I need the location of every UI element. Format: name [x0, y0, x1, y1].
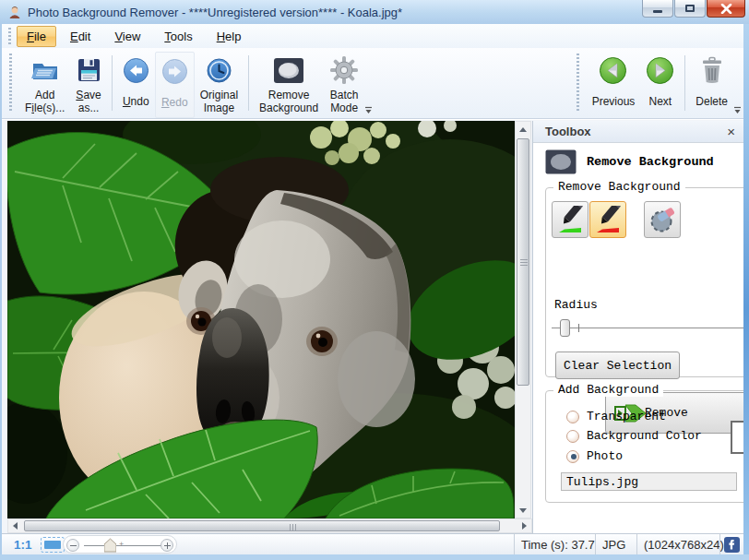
- original-image-button[interactable]: OriginalImage: [195, 52, 244, 118]
- add-files-button[interactable]: Add File(s)...: [19, 52, 70, 118]
- toolbar-separator: [112, 55, 113, 111]
- close-icon: [720, 4, 732, 14]
- arrow-down-icon: [519, 508, 527, 513]
- status-bar: 1:1 + Time (s): 37.7 JPG (1024x768x24): [2, 533, 743, 554]
- image-canvas[interactable]: [7, 121, 515, 518]
- scroll-left-button[interactable]: [8, 519, 22, 532]
- maximize-icon: [685, 5, 695, 12]
- next-button[interactable]: Next: [640, 52, 680, 118]
- delete-button[interactable]: Delete: [690, 52, 733, 118]
- toolbox-title: Toolbox: [545, 125, 591, 138]
- radio-transparent[interactable]: Transparent: [566, 410, 666, 423]
- radius-slider[interactable]: [552, 328, 743, 328]
- toolbox-header: Toolbox ×: [533, 121, 743, 143]
- menu-edit[interactable]: Edit: [60, 26, 101, 47]
- remove-marker-button[interactable]: [589, 201, 626, 238]
- fit-screen-button[interactable]: [41, 537, 65, 553]
- photo-filename-field[interactable]: Tulips.jpg: [561, 472, 737, 491]
- menu-help[interactable]: Help: [207, 26, 252, 47]
- toolbar: Add File(s)... Saveas... Undo: [2, 48, 743, 119]
- redo-icon: [161, 58, 188, 85]
- keep-marker-icon: [556, 206, 584, 233]
- title-bar: Photo Background Remover - ****Unregiste…: [0, 0, 749, 24]
- eraser-icon: [648, 206, 677, 233]
- remove-background-button[interactable]: RemoveBackground: [254, 52, 324, 118]
- batch-mode-button[interactable]: BatchMode: [324, 52, 364, 118]
- clear-selection-button[interactable]: Clear Selection: [555, 351, 680, 379]
- dimensions-cell: (1024x768x24): [636, 534, 719, 554]
- zoom-slider-handle[interactable]: [104, 538, 116, 553]
- toolbox-close-button[interactable]: ×: [727, 125, 735, 138]
- horizontal-scrollbar[interactable]: [7, 518, 532, 533]
- radio-circle: [566, 430, 579, 443]
- toolbar-gripper: [577, 54, 579, 111]
- window-controls: [641, 0, 745, 18]
- maximize-button[interactable]: [674, 0, 706, 18]
- remove-marker-icon: [594, 206, 622, 233]
- radio-circle: [566, 411, 579, 423]
- batch-mode-icon: [329, 55, 359, 85]
- toolbox-section-header: Remove Background: [545, 149, 714, 174]
- vertical-scrollbar[interactable]: [515, 121, 531, 518]
- redo-button[interactable]: Redo: [155, 52, 195, 118]
- radius-label: Radius: [554, 298, 598, 312]
- scroll-up-button[interactable]: [516, 122, 530, 137]
- delete-icon: [699, 56, 725, 85]
- menu-view[interactable]: View: [104, 26, 150, 47]
- section-title: Remove Background: [587, 155, 714, 169]
- menu-file[interactable]: File: [17, 26, 56, 47]
- zoom-tick: +: [119, 541, 124, 549]
- zoom-in-button[interactable]: [160, 539, 173, 552]
- undo-icon: [123, 57, 149, 84]
- arrow-left-icon: [13, 522, 18, 530]
- toolbar-overflow-icon[interactable]: [733, 106, 742, 114]
- menu-bar: File Edit View Tools Help: [2, 24, 743, 48]
- zoom-control: +: [63, 535, 177, 554]
- radio-background-color[interactable]: Background Color: [566, 429, 702, 443]
- radio-circle: [566, 450, 579, 463]
- save-as-button[interactable]: Saveas...: [70, 52, 106, 118]
- toolbar-gripper: [9, 54, 12, 111]
- remove-background-section-icon: [545, 149, 577, 174]
- app-window: Photo Background Remover - ****Unregiste…: [0, 0, 749, 560]
- window-border-bottom: [0, 554, 749, 560]
- toolbar-separator: [684, 55, 685, 111]
- previous-button[interactable]: Previous: [587, 52, 641, 118]
- keep-marker-button[interactable]: [552, 201, 588, 238]
- app-icon: [7, 5, 22, 19]
- window-border-right: [743, 0, 749, 560]
- toolbar-overflow-icon[interactable]: [364, 106, 373, 114]
- time-value: Time (s): 37.7: [521, 538, 595, 552]
- window-title: Photo Background Remover - ****Unregiste…: [28, 6, 402, 19]
- eraser-button[interactable]: [644, 201, 681, 238]
- group-label: Add Background: [553, 383, 663, 397]
- remove-background-group: Remove Background: [545, 187, 743, 377]
- next-icon: [646, 56, 674, 85]
- group-label: Remove Background: [553, 180, 685, 194]
- koala-image: [7, 121, 515, 518]
- undo-button[interactable]: Undo: [117, 52, 155, 118]
- format-value: JPG: [602, 538, 625, 552]
- previous-icon: [599, 56, 627, 85]
- menu-tools[interactable]: Tools: [154, 26, 202, 47]
- radio-photo[interactable]: Photo: [566, 449, 623, 463]
- scroll-down-button[interactable]: [516, 503, 530, 518]
- minimize-button[interactable]: [642, 0, 673, 18]
- close-button[interactable]: [707, 0, 745, 18]
- save-as-icon: [77, 57, 101, 83]
- original-image-icon: [206, 57, 232, 84]
- vertical-scrollbar-thumb[interactable]: [517, 138, 529, 386]
- scroll-right-button[interactable]: [517, 519, 531, 532]
- arrow-right-icon: [522, 522, 527, 530]
- radius-slider-handle[interactable]: [560, 319, 570, 337]
- zoom-ratio: 1:1: [14, 538, 32, 552]
- zoom-out-button[interactable]: [66, 539, 79, 552]
- horizontal-scrollbar-thumb[interactable]: [24, 520, 500, 531]
- background-color-swatch[interactable]: [731, 421, 743, 454]
- minimize-icon: [653, 10, 662, 13]
- toolbox-panel: Toolbox × Remove Background Remove Backg…: [532, 121, 743, 533]
- facebook-button[interactable]: [724, 537, 740, 553]
- arrow-up-icon: [519, 127, 527, 132]
- time-cell: Time (s): 37.7: [514, 534, 595, 554]
- remove-background-icon: [273, 57, 304, 84]
